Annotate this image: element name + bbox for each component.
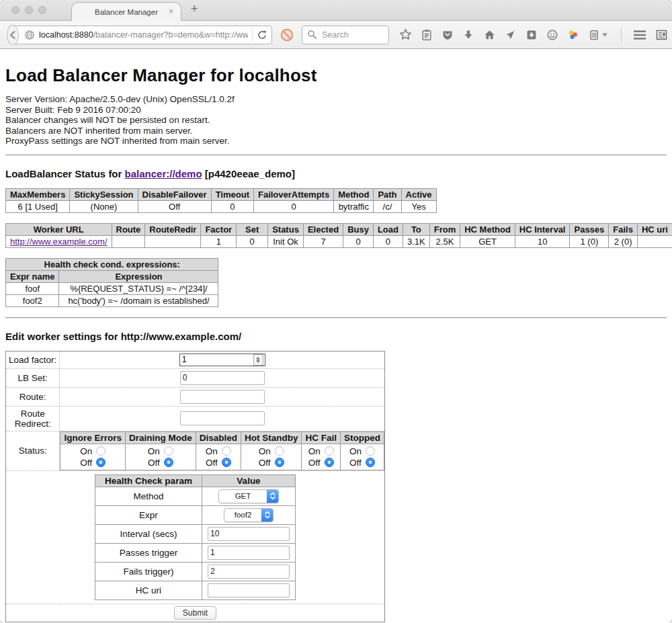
radio-on[interactable] xyxy=(325,446,334,456)
search-bar xyxy=(302,26,389,44)
colorful-extension-button[interactable] xyxy=(567,29,579,41)
balancer-demo-link[interactable]: balancer://demo xyxy=(125,168,202,179)
hc-fails-input[interactable] xyxy=(208,565,290,579)
status-cell: Ignore Errors Draining Mode Disabled Hot… xyxy=(60,431,385,470)
hc-method-select[interactable]: GET xyxy=(218,489,279,503)
radio-label: Off xyxy=(80,458,92,468)
table-cell: Init Ok xyxy=(268,235,304,247)
radio-on[interactable] xyxy=(222,446,231,456)
table-cell xyxy=(637,235,672,247)
radio-off[interactable] xyxy=(366,458,375,467)
form-row: Submit xyxy=(6,604,385,622)
route-input[interactable] xyxy=(180,390,265,404)
form-row: HC uri xyxy=(95,581,296,599)
container-button[interactable] xyxy=(588,29,607,41)
status-radio-row: On Off On Off On Off xyxy=(60,444,384,470)
hc-method-label: Method xyxy=(95,487,202,505)
radio-label: Off xyxy=(349,458,362,468)
menu-button[interactable] xyxy=(633,30,646,40)
urlbar-divider xyxy=(252,29,253,41)
route-redirect-label: Route Redirect: xyxy=(6,406,60,431)
window-controls xyxy=(11,6,46,14)
radio-off[interactable] xyxy=(275,458,284,467)
load-factor-input[interactable] xyxy=(180,355,253,364)
form-value-cell xyxy=(60,387,385,406)
server-version-line: Server Version: Apache/2.5.0-dev (Unix) … xyxy=(5,94,667,105)
home-button[interactable] xyxy=(483,29,496,41)
balancers-notice-line: Balancers are NOT inherited from main se… xyxy=(5,126,667,136)
bookmark-star-button[interactable] xyxy=(399,28,412,41)
proxypass-notice-line: ProxyPass settings are NOT inherited fro… xyxy=(5,136,667,147)
hc-uri-label: HC uri xyxy=(95,581,202,599)
table-header: StickySession xyxy=(70,188,138,200)
blocked-hand-icon xyxy=(280,28,294,42)
form-row: Status: Ignore Errors Draining Mode Disa… xyxy=(6,431,385,470)
health-check-expressions-table: Health check cond. expressions: Expr nam… xyxy=(5,258,218,307)
url-bar[interactable]: localhost:8880/balancer-manager?b=demo&w… xyxy=(9,26,272,44)
radio-off[interactable] xyxy=(325,458,334,467)
radio-off[interactable] xyxy=(222,458,231,467)
table-header: Passes xyxy=(570,223,609,235)
color-dots-icon xyxy=(567,29,579,41)
expr-table-title: Health check cond. expressions: xyxy=(6,258,218,270)
search-input[interactable] xyxy=(321,30,384,40)
radio-off[interactable] xyxy=(164,458,173,467)
new-tab-button[interactable]: + xyxy=(191,2,198,16)
pocket-button[interactable] xyxy=(442,29,454,41)
extension-download-button[interactable] xyxy=(526,29,538,41)
downloads-button[interactable] xyxy=(462,29,474,41)
hc-passes-input[interactable] xyxy=(208,546,290,560)
lb-set-label: LB Set: xyxy=(6,368,60,387)
url-path: /balancer-manager?b=demo&w=http://www.ex… xyxy=(93,30,248,40)
form-row: Health Check param Value Method GET xyxy=(6,470,385,604)
tab-balancer-manager[interactable]: Balancer Manager × xyxy=(71,2,181,21)
radio-label: On xyxy=(148,446,160,456)
chevron-down-icon xyxy=(602,33,607,37)
window-zoom-button[interactable] xyxy=(38,6,46,14)
radio-on[interactable] xyxy=(96,446,106,456)
route-redirect-input[interactable] xyxy=(180,411,265,425)
status-radio-table: Ignore Errors Draining Mode Disabled Hot… xyxy=(60,431,384,470)
globe-icon xyxy=(24,30,35,40)
adblock-button[interactable] xyxy=(280,28,294,42)
tab-close-icon[interactable]: × xyxy=(169,7,173,16)
server-built-line: Server Built: Feb 9 2016 07:00:20 xyxy=(5,105,667,116)
form-value-cell xyxy=(60,351,385,368)
reader-extension-button[interactable] xyxy=(655,29,668,41)
radio-off[interactable] xyxy=(96,458,106,467)
table-cell: 0 xyxy=(237,235,268,247)
lb-set-input[interactable] xyxy=(180,371,265,385)
status-radio-group-hc-fail: On Off xyxy=(302,444,341,470)
smiley-icon xyxy=(546,29,558,41)
reading-list-button[interactable] xyxy=(421,29,433,41)
table-header: DisableFailover xyxy=(138,188,211,200)
hc-interval-input[interactable] xyxy=(208,527,290,541)
window-close-button[interactable] xyxy=(11,6,19,14)
form-value-cell xyxy=(202,562,296,581)
browser-window: Balancer Manager × + localhost:8880/bala… xyxy=(0,0,672,623)
radio-on[interactable] xyxy=(275,446,284,456)
submit-button[interactable]: Submit xyxy=(174,606,216,620)
send-tab-button[interactable] xyxy=(505,29,517,41)
hc-expr-select[interactable]: foof2 xyxy=(224,508,274,522)
back-arrow-icon xyxy=(7,30,18,40)
radio-on[interactable] xyxy=(366,446,375,456)
number-stepper-icon[interactable] xyxy=(253,354,263,366)
form-row: Route Redirect: xyxy=(6,406,385,431)
edit-worker-form: Load factor: LB Set: Route: Route Redire… xyxy=(5,351,385,622)
hc-passes-label: Passes trigger xyxy=(95,543,202,562)
table-header: RouteRedir xyxy=(145,223,201,235)
worker-url-link[interactable]: http://www.example.com/ xyxy=(10,237,108,247)
route-label: Route: xyxy=(6,387,60,406)
feedback-button[interactable] xyxy=(546,29,558,41)
load-factor-stepper xyxy=(179,354,265,366)
expression-cell: hc('body') =~ /domain is established/ xyxy=(59,294,218,306)
back-button[interactable] xyxy=(7,25,19,45)
status-column-header: Draining Mode xyxy=(125,431,196,444)
table-header: Status xyxy=(268,223,304,235)
hc-uri-input[interactable] xyxy=(208,583,290,597)
status-column-header: Disabled xyxy=(196,431,241,444)
window-minimize-button[interactable] xyxy=(25,6,33,14)
radio-on[interactable] xyxy=(164,446,173,456)
reload-button[interactable] xyxy=(257,30,267,40)
